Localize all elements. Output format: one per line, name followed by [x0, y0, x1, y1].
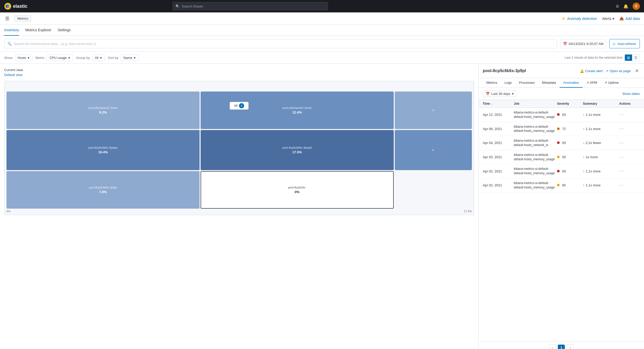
treemap-cell-7[interactable]: pool-8cp5c6x- 0%	[201, 171, 394, 209]
table-row: Apr 02, 2021 kibana-metrics-ui-default-d…	[479, 178, 644, 193]
severity-dot	[557, 113, 560, 116]
severity-dot	[557, 170, 560, 172]
detail-tab-apm[interactable]: ↗ APM	[583, 78, 601, 88]
current-page[interactable]: 1	[558, 345, 565, 349]
toolbar: 🔍 Search for infrastructure data... (e.g…	[0, 36, 644, 52]
default-view-link[interactable]: Default view	[4, 73, 474, 77]
metric-dropdown[interactable]: CPU usage ▾	[47, 55, 73, 61]
detail-tab-uptime[interactable]: ↗ Uptime	[601, 78, 623, 88]
detail-header: pool-8cp5c6k6x-3p9pl 🔔 Create alert ↗ Op…	[479, 64, 644, 78]
summary-text: 2.2x fewer	[586, 141, 601, 145]
top-nav-bar: elastic 🔍 Search Elastic ⚙ 🔔 D	[0, 0, 644, 12]
auto-refresh-button[interactable]: ▷ Auto-refresh	[609, 39, 640, 48]
avatar[interactable]: D	[633, 3, 640, 10]
date-range-selector[interactable]: 📅 Last 30 days ▾	[483, 90, 517, 97]
group-by-dropdown[interactable]: All ▾	[92, 55, 105, 61]
cell-time: Apr 03, 2021	[483, 155, 514, 159]
severity-value: 50	[562, 155, 566, 159]
treemap-cell-5[interactable]: p	[395, 130, 472, 170]
row-actions-button[interactable]: ···	[619, 183, 640, 188]
detail-tab-anomalies[interactable]: Anomalies	[560, 78, 583, 88]
chevron-down-icon: ▾	[134, 56, 136, 60]
summary-arrow: ↑	[583, 169, 585, 173]
table-row: Apr 02, 2021 kibana-metrics-ui-default-d…	[479, 164, 644, 178]
cell-summary: ↑ 1.1x more	[583, 127, 619, 131]
date-range-bar: 📅 Last 30 days ▾ Show dates	[479, 88, 644, 100]
treemap-cell-0[interactable]: pool-p9p3aowz5-3vwix 6.2%	[6, 92, 200, 129]
cell-severity: 65	[557, 183, 583, 187]
group-by-section: Group by All ▾	[76, 55, 105, 61]
settings-icon[interactable]: ⚙	[616, 4, 619, 9]
summary-arrow: ↑	[583, 113, 585, 117]
close-button[interactable]: ✕	[634, 67, 640, 75]
cell-summary: ↓ 2.2x fewer	[583, 141, 619, 145]
treemap-cell-3[interactable]: pool-8cp5c6k6x-3pwpu 16.4%	[6, 130, 200, 170]
tab-settings[interactable]: Settings	[58, 25, 71, 36]
chevron-down-icon: ▾	[100, 56, 102, 60]
detail-tab-metadata[interactable]: Metadata	[538, 78, 560, 88]
table-row: Apr 06, 2021 kibana-metrics-ui-default-d…	[479, 122, 644, 136]
calendar-icon: 📅	[486, 92, 490, 96]
tab-inventory[interactable]: Inventory	[4, 25, 19, 36]
summary-text: 1.1x more	[586, 127, 601, 131]
summary-arrow: ↑	[583, 183, 585, 187]
search-infra-input[interactable]: 🔍 Search for infrastructure data... (e.g…	[4, 39, 557, 48]
cell-job: kibana-metrics-ui-default-default-hosts_…	[514, 153, 557, 162]
anomalies-table: Time ↓ Job Severity Summary Actions Apr …	[479, 100, 644, 342]
search-bar[interactable]: 🔍 Search Elastic	[173, 2, 328, 10]
detail-tab-processes[interactable]: Processes	[515, 78, 538, 88]
treemap-cell-1[interactable]: pool-p9p3aowz5-3vwio 12.4%	[201, 92, 394, 129]
treemap-cell-4[interactable]: pool-8cp5c6k6x-3pwp8 17.5%	[201, 130, 394, 170]
row-actions-button[interactable]: ···	[619, 141, 640, 145]
hamburger-menu-icon[interactable]: ☰	[4, 15, 10, 22]
detail-tabs: Metrics Logs Processes Metadata Anomalie…	[479, 78, 644, 88]
row-actions-button[interactable]: ···	[619, 169, 640, 173]
bell-icon: 🔔	[580, 69, 584, 73]
notifications-icon[interactable]: 🔔	[623, 4, 628, 9]
left-panel: Current view Default view All 8 pool-p9p…	[0, 64, 478, 349]
list-view-button[interactable]: ☰	[632, 55, 640, 61]
cell-time: Apr 12, 2021	[483, 113, 514, 117]
detail-title: pool-8cp5c6k6x-3p9pl	[483, 69, 526, 73]
create-alert-button[interactable]: 🔔 Create alert	[580, 69, 603, 73]
date-picker[interactable]: 📅 04/13/2021 8:20:07 AM	[560, 39, 606, 48]
grid-view-button[interactable]: ⊞	[625, 55, 632, 61]
detail-tab-logs[interactable]: Logs	[501, 78, 515, 88]
secondary-nav: ☰ Metrics ⚡ Anomaly detection Alerts ▾ 📥…	[0, 12, 644, 25]
row-actions-button[interactable]: ···	[619, 112, 640, 117]
svg-point-3	[6, 4, 8, 8]
view-toggle: ⊞ ☰	[625, 54, 640, 61]
next-page-button[interactable]: ›	[567, 344, 574, 349]
current-view-label: Current view	[4, 68, 474, 72]
hosts-dropdown[interactable]: Hosts ▾	[15, 55, 32, 61]
show-dates-button[interactable]: Show dates	[622, 92, 640, 96]
treemap-count-badge: 8	[239, 103, 244, 108]
table-row: Apr 03, 2021 kibana-metrics-ui-default-d…	[479, 150, 644, 164]
treemap-cell-2[interactable]: p	[395, 92, 472, 129]
table-row: Apr 12, 2021 kibana-metrics-ui-default-d…	[479, 108, 644, 122]
prev-page-button[interactable]: ‹	[549, 344, 556, 349]
row-actions-button[interactable]: ···	[619, 155, 640, 160]
show-label: Show	[4, 56, 13, 60]
cell-time: Apr 06, 2021	[483, 127, 514, 131]
alerts-button[interactable]: Alerts ▾	[602, 17, 614, 21]
elastic-logo[interactable]: elastic	[4, 3, 27, 10]
table-rows-container: Apr 12, 2021 kibana-metrics-ui-default-d…	[479, 108, 644, 193]
detail-tab-metrics[interactable]: Metrics	[483, 78, 501, 88]
add-data-button[interactable]: 📥 Add data	[619, 17, 640, 21]
sort-by-label: Sort by	[108, 56, 119, 60]
treemap-all-filter[interactable]: All 8	[230, 102, 248, 110]
search-bar-container: 🔍 Search Elastic	[173, 2, 328, 10]
open-as-page-button[interactable]: ↗ Open as page	[606, 69, 631, 73]
anomaly-detection-button[interactable]: ⚡ Anomaly detection	[561, 17, 597, 21]
search-icon: 🔍	[175, 4, 180, 8]
summary-arrow: ↓	[583, 141, 585, 145]
summary-text: 1.1x more	[586, 183, 601, 187]
col-severity: Severity	[557, 102, 583, 105]
treemap-cell-6[interactable]: pool-8cp5c6k6x-3p9pt 7.8%	[6, 171, 200, 209]
row-actions-button[interactable]: ···	[619, 126, 640, 131]
col-actions: Actions	[619, 102, 640, 105]
sort-by-dropdown[interactable]: Name ▾	[121, 55, 139, 61]
cell-time: Apr 02, 2021	[483, 183, 514, 187]
tab-metrics-explorer[interactable]: Metrics Explorer	[25, 25, 52, 36]
